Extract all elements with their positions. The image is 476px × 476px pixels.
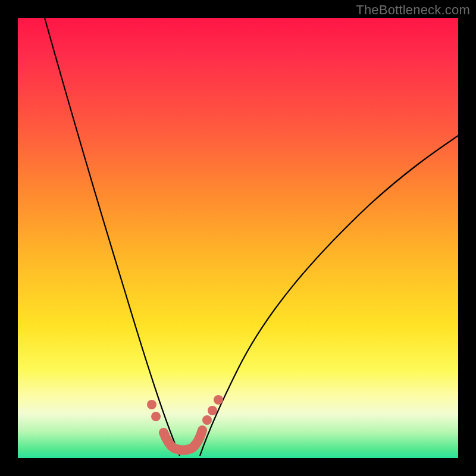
marker-right-c — [214, 395, 223, 405]
bottom-marker-connector — [164, 430, 202, 450]
marker-left-upper — [147, 400, 156, 409]
curve-layer — [18, 18, 458, 458]
chart-frame: TheBottleneck.com — [0, 0, 476, 476]
marker-right-b — [208, 406, 217, 415]
watermark-text: TheBottleneck.com — [356, 2, 470, 18]
plot-area — [18, 18, 458, 458]
marker-left-lower — [151, 412, 161, 421]
marker-right-a — [202, 415, 212, 425]
left-curve — [45, 18, 180, 456]
right-curve — [200, 136, 458, 456]
